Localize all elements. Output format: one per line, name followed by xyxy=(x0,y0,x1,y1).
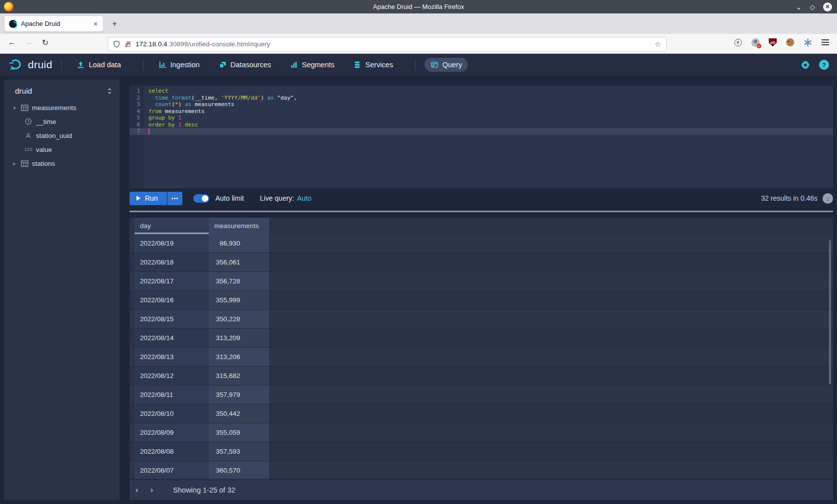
auto-limit-toggle[interactable] xyxy=(193,194,209,203)
column-header-measurements[interactable]: measurements xyxy=(209,218,269,234)
shield-permissions-icon[interactable] xyxy=(113,40,120,48)
nav-item-ingestion[interactable]: Ingestion xyxy=(152,58,206,72)
cell-measurements[interactable]: 356,728 xyxy=(209,272,269,290)
nav-item-segments[interactable]: Segments xyxy=(284,58,340,72)
sort-icon[interactable] xyxy=(107,88,113,95)
back-icon[interactable]: ← xyxy=(8,38,16,47)
druid-logo[interactable]: druid xyxy=(9,58,52,71)
cookie-extension-icon[interactable] xyxy=(785,37,795,47)
editor-line-4[interactable]: 4from measurements xyxy=(130,108,833,115)
cell-measurements[interactable]: 350,228 xyxy=(209,310,269,328)
tree-item-stations[interactable]: ▸stations xyxy=(4,156,120,170)
nav-item-label: Query xyxy=(442,61,462,69)
tree-item-label: __time xyxy=(36,118,56,126)
cell-measurements[interactable]: 360,570 xyxy=(209,461,269,480)
gear-icon[interactable] xyxy=(801,60,810,70)
download-icon[interactable]: ↓ xyxy=(823,193,833,204)
window-minimize-icon[interactable]: ⌄ xyxy=(796,3,802,10)
tab-close-icon[interactable]: × xyxy=(93,20,99,28)
chevron-right-icon[interactable]: ▸ xyxy=(11,161,18,166)
table-row[interactable]: 2022/08/10350,442 xyxy=(130,404,833,423)
url-host: 172.18.0.4 xyxy=(136,40,167,48)
nav-item-services[interactable]: Services xyxy=(347,58,399,72)
next-page-icon[interactable]: › xyxy=(144,485,159,495)
cell-day[interactable]: 2022/08/17 xyxy=(135,272,209,290)
insecure-lock-icon[interactable] xyxy=(125,40,132,48)
bookmark-star-icon[interactable]: ☆ xyxy=(655,40,661,49)
reload-icon[interactable]: ↻ xyxy=(42,38,48,47)
prev-page-icon[interactable]: ‹ xyxy=(130,485,144,495)
editor-line-2[interactable]: 2 time_format(__time, 'YYYY/MM/dd') as "… xyxy=(130,95,833,102)
editor-line-6[interactable]: 6order by 1 desc xyxy=(130,122,833,128)
table-row[interactable]: 2022/08/11357,979 xyxy=(130,385,833,404)
cell-measurements[interactable]: 350,442 xyxy=(209,404,269,423)
browser-tab[interactable]: Apache Druid × xyxy=(4,15,104,32)
cell-day[interactable]: 2022/08/13 xyxy=(135,348,209,366)
cell-measurements[interactable]: 313,206 xyxy=(209,348,269,366)
cell-measurements[interactable]: 357,593 xyxy=(209,442,269,461)
nav-item-datasources[interactable]: Datasources xyxy=(213,58,277,72)
editor-line-3[interactable]: 3 count(*) as measurements xyxy=(130,101,833,108)
cell-day[interactable]: 2022/08/09 xyxy=(135,423,209,442)
cell-measurements[interactable]: 355,059 xyxy=(209,423,269,442)
table-row[interactable]: 2022/08/07360,570 xyxy=(130,461,833,480)
cell-day[interactable]: 2022/08/07 xyxy=(135,461,209,480)
pocket-icon[interactable]: ∨ xyxy=(733,37,743,47)
table-row[interactable]: 2022/08/09355,059 xyxy=(130,423,833,442)
cell-measurements[interactable]: 86,930 xyxy=(209,234,269,252)
tree-item-measurements[interactable]: ▾measurements xyxy=(4,101,120,115)
window-close-icon[interactable]: ✕ xyxy=(823,2,832,11)
editor-line-5[interactable]: 5group by 1 xyxy=(130,115,833,122)
row-gutter xyxy=(130,461,135,480)
schema-name[interactable]: druid xyxy=(15,87,107,96)
tree-item-value[interactable]: 123value xyxy=(4,142,120,156)
nav-item-query[interactable]: Query xyxy=(424,58,468,72)
editor-line-7[interactable]: 7 xyxy=(130,128,833,135)
cell-measurements[interactable]: 315,682 xyxy=(209,367,269,385)
table-scrollbar[interactable] xyxy=(829,240,831,384)
menu-icon[interactable] xyxy=(820,37,830,47)
run-more-button[interactable]: ••• xyxy=(167,192,182,205)
druid-favicon-icon xyxy=(9,20,17,28)
chevron-down-icon[interactable]: ▾ xyxy=(11,105,18,111)
cell-day[interactable]: 2022/08/10 xyxy=(135,404,209,423)
tree-item-station_uuid[interactable]: Astation_uuid xyxy=(4,128,120,142)
help-icon[interactable]: ? xyxy=(819,60,829,70)
table-row[interactable]: 2022/08/14313,209 xyxy=(130,329,833,348)
table-row[interactable]: 2022/08/13313,206 xyxy=(130,348,833,367)
url-text[interactable]: 172.18.0.4:30899/unified-console.html#qu… xyxy=(136,40,655,48)
cell-day[interactable]: 2022/08/08 xyxy=(135,442,209,461)
ublock-icon[interactable]: uO xyxy=(768,37,778,47)
table-row[interactable]: 2022/08/17356,728 xyxy=(130,272,833,291)
cell-day[interactable]: 2022/08/18 xyxy=(135,253,209,271)
window-maximize-icon[interactable]: ◇ xyxy=(810,3,815,10)
sql-editor[interactable]: 1select2 time_format(__time, 'YYYY/MM/dd… xyxy=(130,86,833,188)
url-bar[interactable]: 172.18.0.4:30899/unified-console.html#qu… xyxy=(108,37,667,51)
cell-measurements[interactable]: 355,999 xyxy=(209,291,269,309)
new-tab-button[interactable]: + xyxy=(109,18,120,29)
cell-day[interactable]: 2022/08/16 xyxy=(135,291,209,309)
tree-item-label: value xyxy=(36,146,52,153)
column-header-day[interactable]: day xyxy=(135,218,209,234)
nav-item-load-data[interactable]: Load data xyxy=(71,58,127,72)
cell-day[interactable]: 2022/08/14 xyxy=(135,329,209,347)
run-button[interactable]: Run xyxy=(130,192,167,205)
cell-measurements[interactable]: 313,209 xyxy=(209,329,269,347)
cell-day[interactable]: 2022/08/19 xyxy=(135,234,209,252)
table-row[interactable]: 2022/08/12315,682 xyxy=(130,367,833,385)
table-row[interactable]: 2022/08/16355,999 xyxy=(130,291,833,310)
table-row[interactable]: 2022/08/18356,061 xyxy=(130,253,833,272)
cell-day[interactable]: 2022/08/12 xyxy=(135,367,209,385)
table-row[interactable]: 2022/08/08357,593 xyxy=(130,442,833,461)
cell-day[interactable]: 2022/08/15 xyxy=(135,310,209,328)
table-row[interactable]: 2022/08/15350,228 xyxy=(130,310,833,329)
tree-item-time[interactable]: __time xyxy=(4,115,120,128)
cell-measurements[interactable]: 357,979 xyxy=(209,385,269,404)
live-query-value[interactable]: Auto xyxy=(297,194,311,202)
cell-day[interactable]: 2022/08/11 xyxy=(135,385,209,404)
editor-line-1[interactable]: 1select xyxy=(130,88,833,95)
cell-measurements[interactable]: 356,061 xyxy=(209,253,269,271)
table-row[interactable]: 2022/08/1986,930 xyxy=(130,234,833,253)
account-icon[interactable] xyxy=(750,37,760,47)
container-asterisk-icon[interactable] xyxy=(803,37,813,47)
